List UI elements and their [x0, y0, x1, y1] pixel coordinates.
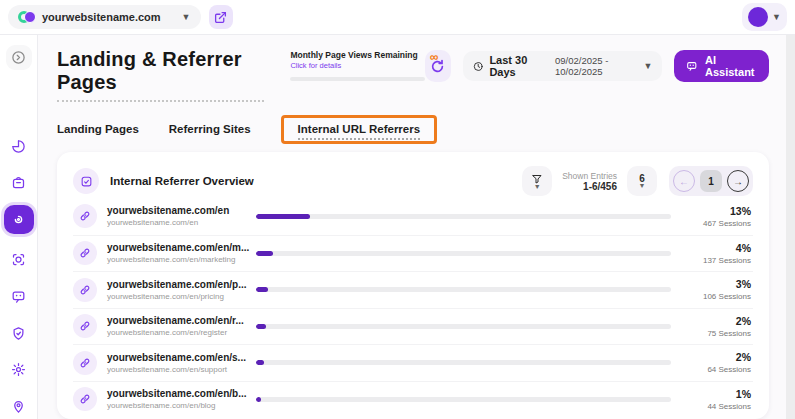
shown-entries-label: Shown Entries: [562, 171, 617, 181]
sessions-bar-fill: [256, 287, 268, 292]
sidebar-item-goals[interactable]: [6, 248, 32, 273]
quota-details-link[interactable]: Click for details: [290, 61, 424, 70]
sessions-bar-track: [256, 214, 671, 219]
referrer-swirl-icon: [11, 212, 26, 227]
sidebar-item-settings[interactable]: [6, 358, 32, 383]
ai-assistant-button[interactable]: AI Assistant: [674, 50, 769, 82]
table-row[interactable]: yourwebsitename.com/en/m... yourwebsiten…: [73, 235, 753, 272]
sessions-count: 64 Sessions: [687, 365, 751, 374]
infinity-icon: ∞: [430, 50, 439, 64]
user-menu[interactable]: ▼: [742, 3, 787, 31]
link-icon: [73, 314, 97, 338]
referrer-url: yourwebsitename.com/en: [107, 205, 252, 216]
sessions-bar-fill: [256, 214, 310, 219]
shown-entries-value: 1-6/456: [562, 181, 617, 192]
referrer-table: yourwebsitename.com/en yourwebsitename.c…: [73, 198, 753, 417]
sessions-percent: 1%: [687, 388, 751, 400]
sidebar-item-referrer-pages[interactable]: [4, 205, 34, 233]
sessions-count: 44 Sessions: [687, 402, 751, 411]
sidebar-item-feedback[interactable]: [6, 284, 32, 309]
referrer-url-full: yourwebsitename.com/en/register: [107, 328, 252, 337]
bag-icon: [11, 175, 26, 190]
tab-bar: Landing PagesReferring SitesInternal URL…: [57, 115, 769, 143]
external-link-icon: [214, 11, 227, 24]
table-row[interactable]: yourwebsitename.com/en/s... yourwebsiten…: [73, 344, 753, 381]
table-row[interactable]: yourwebsitename.com/en yourwebsitename.c…: [73, 198, 753, 235]
sessions-bar-track: [256, 324, 671, 329]
tab-landing-pages[interactable]: Landing Pages: [57, 123, 139, 135]
card-title: Internal Referrer Overview: [110, 175, 254, 187]
page-title: Landing & Referrer Pages: [57, 48, 264, 102]
gear-icon: [11, 362, 26, 377]
referrer-url: yourwebsitename.com/en/r...: [107, 315, 252, 326]
tab-internal-url-referrers[interactable]: Internal URL Referrers: [281, 115, 438, 144]
sessions-percent: 2%: [687, 351, 751, 363]
topbar: yourwebsitename.com ▼ ▼: [0, 0, 795, 35]
page-scrollbar[interactable]: [786, 35, 795, 419]
open-site-button[interactable]: [209, 5, 233, 29]
link-icon: [73, 387, 97, 411]
target-icon: [11, 252, 26, 267]
date-range-picker[interactable]: Last 30 Days 09/02/2025 - 10/02/2025 ▼: [463, 51, 662, 81]
quota-widget: Monthly Page Views Remaining Click for d…: [290, 48, 424, 81]
sessions-percent: 13%: [687, 205, 751, 217]
sessions-percent: 3%: [687, 278, 751, 290]
sessions-count: 467 Sessions: [687, 219, 751, 228]
app-logo-icon: [18, 10, 35, 24]
prev-page-button[interactable]: ←: [673, 170, 695, 192]
chevron-down-icon: ▼: [772, 13, 781, 22]
site-selector[interactable]: yourwebsitename.com ▼: [8, 5, 201, 29]
chevron-down-icon: ▼: [534, 185, 541, 189]
referrer-url-full: yourwebsitename.com/en: [107, 218, 252, 227]
sessions-percent: 4%: [687, 242, 751, 254]
table-row[interactable]: yourwebsitename.com/en/r... yourwebsiten…: [73, 308, 753, 345]
sidebar-expand-button[interactable]: [6, 45, 32, 70]
sessions-bar-fill: [256, 360, 264, 365]
referrer-url: yourwebsitename.com/en/s...: [107, 352, 252, 363]
sessions-percent: 2%: [687, 315, 751, 327]
avatar: [748, 7, 768, 27]
sessions-count: 106 Sessions: [687, 292, 751, 301]
ai-assistant-label: AI Assistant: [705, 54, 757, 78]
quota-progress-bar: [290, 77, 424, 81]
referrer-url: yourwebsitename.com/en/b...: [107, 388, 252, 399]
quota-title: Monthly Page Views Remaining: [290, 50, 424, 60]
referrer-url-full: yourwebsitename.com/en/pricing: [107, 292, 252, 301]
referrer-url: yourwebsitename.com/en/m...: [107, 242, 252, 253]
link-icon: [73, 241, 97, 265]
link-icon: [73, 204, 97, 228]
table-row[interactable]: yourwebsitename.com/en/b... yourwebsiten…: [73, 381, 753, 418]
sidebar-item-privacy[interactable]: [6, 321, 32, 346]
page-size-select[interactable]: 6 ▼: [627, 166, 657, 196]
next-page-button[interactable]: →: [727, 170, 749, 192]
sessions-bar-track: [256, 251, 671, 256]
sessions-bar-track: [256, 397, 671, 402]
referrer-url-full: yourwebsitename.com/en/support: [107, 365, 252, 374]
date-range-label: 09/02/2025 - 10/02/2025: [555, 55, 638, 77]
chat-icon: [11, 289, 26, 304]
link-icon: [73, 278, 97, 302]
chat-bubble-icon: [686, 59, 698, 73]
report-icon: [73, 168, 99, 194]
sessions-bar-fill: [256, 251, 273, 256]
sidebar: [0, 35, 38, 419]
chevron-down-icon: ▼: [644, 62, 653, 71]
table-row[interactable]: yourwebsitename.com/en/p... yourwebsiten…: [73, 271, 753, 308]
sidebar-item-analytics[interactable]: [6, 134, 32, 159]
referrer-url-full: yourwebsitename.com/en/blog: [107, 401, 252, 410]
sessions-bar-fill: [256, 397, 261, 402]
tab-referring-sites[interactable]: Referring Sites: [169, 123, 251, 135]
shown-entries: Shown Entries 1-6/456: [562, 171, 617, 192]
pagination: ← 1 →: [669, 166, 753, 196]
sidebar-item-campaigns[interactable]: [6, 170, 32, 195]
tab-label: Referring Sites: [169, 123, 251, 135]
date-preset-label: Last 30 Days: [489, 54, 543, 78]
link-icon: [73, 351, 97, 375]
referrer-url-full: yourwebsitename.com/en/marketing: [107, 255, 252, 264]
sessions-bar-track: [256, 360, 671, 365]
sessions-bar-track: [256, 287, 671, 292]
filter-button[interactable]: ▼: [522, 166, 552, 196]
sidebar-item-locations[interactable]: [6, 394, 32, 419]
referrer-url: yourwebsitename.com/en/p...: [107, 279, 252, 290]
tab-label: Landing Pages: [57, 123, 139, 135]
